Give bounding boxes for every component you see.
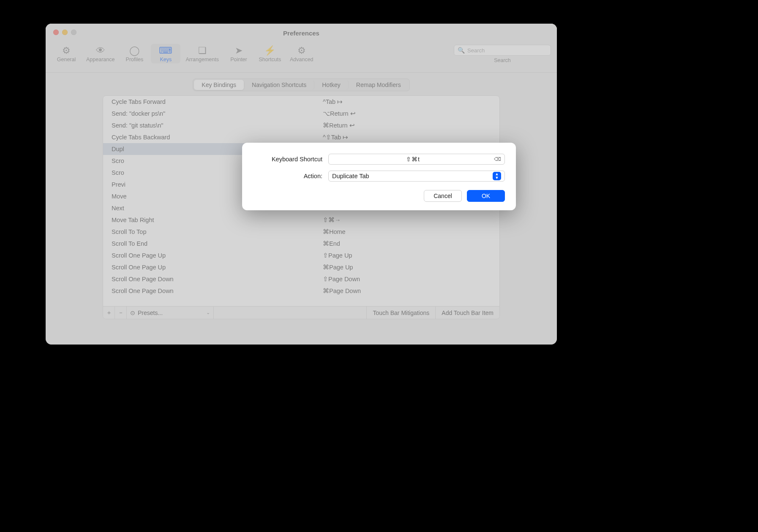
remove-binding-button[interactable]: － [115,307,127,319]
ok-button[interactable]: OK [467,190,505,202]
table-row[interactable]: Scroll One Page Down⌘Page Down [103,285,499,297]
add-binding-button[interactable]: ＋ [103,307,115,319]
toolbar-advanced[interactable]: ⚙ Advanced [286,44,317,63]
binding-action: Cycle Tabs Backward [112,134,323,141]
zoom-window-button[interactable] [71,30,76,35]
select-arrows-icon: ▲▼ [493,172,501,180]
table-row[interactable]: Scroll One Page Down⇧Page Down [103,273,499,285]
binding-shortcut: ⌘Return ↩ [323,122,491,129]
binding-action: Scroll One Page Up [112,264,323,271]
pointer-icon: ➤ [235,46,243,56]
binding-shortcut: ^⇧Tab ↦ [323,134,491,141]
table-row[interactable]: Scroll One Page Up⇧Page Up [103,250,499,261]
add-touch-bar-item-button[interactable]: Add Touch Bar Item [435,307,499,319]
table-row[interactable]: Send: "docker ps\n"⌥Return ↩ [103,108,499,119]
minimize-window-button[interactable] [62,30,68,35]
keyboard-icon: ⌨ [159,46,172,56]
table-row[interactable]: Scroll To End⌘End [103,238,499,250]
binding-action: Scroll One Page Down [112,276,323,282]
window-title: Preferences [283,30,319,37]
shortcut-label: Keyboard Shortcut [253,156,328,163]
person-icon: ◯ [129,46,140,56]
action-label: Action: [253,173,328,179]
toolbar-pointer[interactable]: ➤ Pointer [224,44,254,63]
ellipsis-icon: ⊙ [130,309,135,316]
table-row[interactable]: Cycle Tabs Backward^⇧Tab ↦ [103,131,499,143]
binding-action: Scroll One Page Down [112,288,323,294]
toolbar-keys[interactable]: ⌨ Keys [151,44,180,63]
table-row[interactable]: Move Tab Right⇧⌘→ [103,214,499,226]
bolt-icon: ⚡ [264,46,275,56]
eye-icon: 👁 [96,46,105,56]
binding-shortcut: ⌘Page Down [323,288,491,294]
toolbar-profiles[interactable]: ◯ Profiles [120,44,149,63]
preferences-toolbar: ⚙ General 👁 Appearance ◯ Profiles ⌨ Keys… [46,42,557,73]
presets-dropdown[interactable]: ⊙ Presets... ⌄ [127,307,214,319]
binding-shortcut: ⌘Page Up [323,264,491,271]
binding-shortcut: ⌘Home [323,228,491,235]
tab-key-bindings[interactable]: Key Bindings [194,80,244,90]
close-window-button[interactable] [53,30,59,35]
toolbar-shortcuts[interactable]: ⚡ Shortcuts [255,44,285,63]
binding-action: Scroll One Page Up [112,252,323,259]
search-icon: 🔍 [458,47,465,54]
binding-action: Scroll To End [112,240,323,247]
binding-action: Send: "git status\n" [112,122,323,129]
table-row[interactable]: Cycle Tabs Forward^Tab ↦ [103,96,499,108]
binding-action: Move Tab Right [112,217,323,223]
titlebar: Preferences [46,24,557,42]
tab-remap-modifiers[interactable]: Remap Modifiers [349,80,409,90]
binding-shortcut: ⌥Return ↩ [323,110,491,117]
windows-icon: ❏ [198,46,207,56]
table-row[interactable]: Scroll To Top⌘Home [103,226,499,238]
search-input[interactable]: 🔍 Search [454,45,551,56]
binding-shortcut: ⇧Page Up [323,252,491,259]
toolbar-appearance[interactable]: 👁 Appearance [83,44,118,63]
action-select[interactable]: Duplicate Tab ▲▼ [328,171,505,182]
shortcut-input[interactable]: ⇧⌘t ⌫ [328,154,505,165]
gears-icon: ⚙ [297,46,306,56]
cancel-button[interactable]: Cancel [424,190,462,202]
binding-action: Scroll To Top [112,228,323,235]
binding-action: Send: "docker ps\n" [112,110,323,117]
table-footer: ＋ － ⊙ Presets... ⌄ Touch Bar Mitigations… [103,306,499,319]
keys-subtabs: Key Bindings Navigation Shortcuts Hotkey… [193,79,409,91]
gear-icon: ⚙ [62,46,71,56]
binding-shortcut: ⇧⌘→ [323,217,491,223]
binding-action: Cycle Tabs Forward [112,98,323,105]
chevron-down-icon: ⌄ [206,310,210,315]
touch-bar-mitigations-button[interactable]: Touch Bar Mitigations [366,307,435,319]
search-label: Search [494,57,511,63]
toolbar-arrangements[interactable]: ❏ Arrangements [182,44,222,63]
binding-shortcut: ^Tab ↦ [323,98,491,105]
window-controls [53,30,76,35]
table-row[interactable]: Send: "git status\n"⌘Return ↩ [103,119,499,131]
clear-shortcut-icon[interactable]: ⌫ [494,156,501,162]
binding-shortcut: ⇧Page Down [323,276,491,282]
toolbar-general[interactable]: ⚙ General [52,44,81,63]
tab-navigation-shortcuts[interactable]: Navigation Shortcuts [244,80,314,90]
table-row[interactable]: Scroll One Page Up⌘Page Up [103,261,499,273]
edit-binding-dialog: Keyboard Shortcut ⇧⌘t ⌫ Action: Duplicat… [242,143,516,210]
tab-hotkey[interactable]: Hotkey [314,80,349,90]
binding-shortcut: ⌘End [323,240,491,247]
